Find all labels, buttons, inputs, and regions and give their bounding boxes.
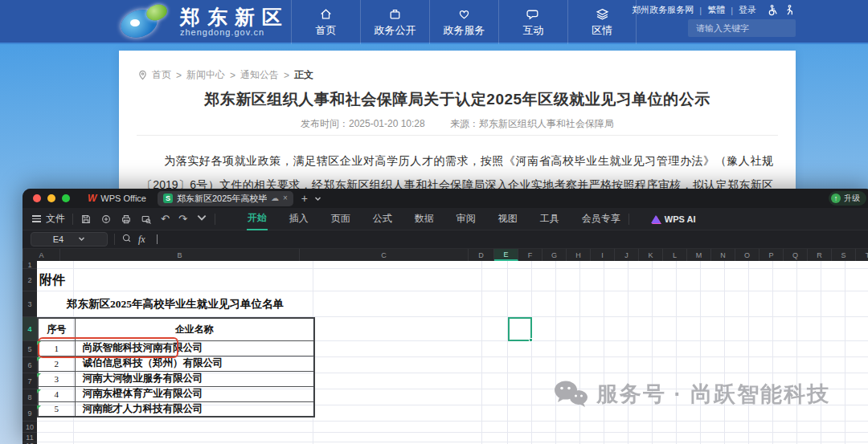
fill-handle[interactable] — [529, 338, 533, 342]
site-logo[interactable]: 郑东新区 zhengdong.gov.cn — [121, 3, 289, 40]
column-header-C[interactable]: C — [300, 249, 469, 261]
link-login[interactable]: 登录 — [739, 4, 756, 16]
crumb-news-center[interactable]: 新闻中心 — [186, 68, 225, 82]
row-header-4[interactable]: 4 — [23, 317, 37, 341]
share-icon[interactable] — [100, 214, 112, 225]
ribbon-tab-formula[interactable]: 公式 — [372, 208, 393, 230]
column-header-F[interactable]: F — [518, 249, 542, 261]
row-header-10[interactable]: 10 — [23, 422, 37, 433]
column-header-N[interactable]: N — [711, 249, 735, 261]
crumb-home[interactable]: 首页 — [152, 68, 171, 82]
tab-list-chevron-icon[interactable] — [314, 191, 321, 206]
link-traditional-chinese[interactable]: 繁體 — [707, 4, 725, 16]
cell-serial[interactable]: 4 — [38, 386, 75, 401]
upgrade-button[interactable]: ↑ 升级 — [829, 191, 866, 206]
formula-bar: E4 fx — [23, 230, 868, 249]
column-header-I[interactable]: I — [591, 249, 615, 261]
site-header: 郑东新区 zhengdong.gov.cn 首页 政务公开 政务服务 互动 — [0, 0, 868, 44]
column-header-K[interactable]: K — [639, 249, 663, 261]
crumb-notices[interactable]: 通知公告 — [240, 68, 279, 82]
column-header-D[interactable]: D — [469, 249, 494, 261]
name-box[interactable]: E4 — [31, 232, 108, 246]
ribbon-tab-tools[interactable]: 工具 — [539, 208, 560, 230]
row-header-6[interactable]: 6 — [23, 357, 37, 373]
elderly-accessibility-icon[interactable] — [784, 4, 796, 16]
ribbon-tab-page[interactable]: 页面 — [330, 208, 351, 230]
cell-serial[interactable]: 3 — [38, 371, 75, 386]
ribbon-tab-member[interactable]: 会员专享 — [581, 208, 621, 230]
ribbon-tab-data[interactable]: 数据 — [414, 208, 435, 230]
new-tab-button[interactable]: + — [301, 192, 308, 205]
column-header-G[interactable]: G — [542, 249, 567, 261]
ribbon-tabs: 开始 插入 页面 公式 数据 审阅 视图 工具 会员专享 — [247, 207, 621, 230]
crumb-separator: > — [176, 70, 182, 81]
upgrade-arrow-icon: ↑ — [831, 193, 841, 203]
column-header-E[interactable]: E — [494, 249, 518, 261]
print-preview-icon[interactable] — [141, 214, 152, 225]
sheet-canvas[interactable]: 附件 郑东新区2025年高校毕业生就业见习单位名单 序号 企业名称 1 尚跃智能… — [37, 261, 868, 444]
insert-function-icon[interactable]: fx — [138, 234, 145, 246]
select-all-corner[interactable] — [23, 249, 23, 261]
file-menu[interactable]: 文件 — [46, 212, 65, 226]
ribbon-tab-view[interactable]: 视图 — [497, 208, 518, 230]
link-zhengzhou-portal[interactable]: 郑州政务服务网 — [632, 4, 694, 16]
link-separator: | — [731, 6, 733, 15]
quickbar-chevron-icon[interactable] — [196, 212, 207, 226]
nav-item-gov-service[interactable]: 政务服务 — [429, 0, 498, 44]
ribbon-tab-review[interactable]: 审阅 — [456, 208, 477, 230]
row-header-7[interactable]: 7 — [23, 373, 37, 389]
column-header-O[interactable]: O — [735, 249, 760, 261]
cell-company[interactable]: 河南大河物业服务有限公司 — [75, 371, 314, 386]
redo-icon[interactable]: ↷ — [178, 214, 187, 224]
column-header-S[interactable]: S — [832, 249, 856, 261]
nav-item-interaction[interactable]: 互动 — [498, 0, 567, 44]
cell-indicator-mark — [37, 357, 41, 361]
row-header-1[interactable]: 1 — [23, 261, 37, 269]
nav-item-gov-info[interactable]: 政务公开 — [360, 0, 429, 44]
formula-input-caret — [157, 234, 158, 244]
column-header-M[interactable]: M — [687, 249, 711, 261]
search-input[interactable] — [688, 23, 815, 33]
row-header-5[interactable]: 5 — [23, 341, 37, 357]
crumb-current: 正文 — [294, 68, 313, 82]
column-header-H[interactable]: H — [567, 249, 591, 261]
column-header-T[interactable]: T — [856, 249, 868, 261]
print-icon[interactable] — [121, 214, 132, 225]
row-header-9[interactable]: 9 — [23, 405, 37, 422]
nav-item-district[interactable]: 区情 — [567, 0, 637, 44]
ribbon-tab-insert[interactable]: 插入 — [289, 208, 309, 230]
nav-label: 政务服务 — [444, 23, 485, 38]
column-header-A[interactable]: A — [23, 249, 60, 261]
column-header-L[interactable]: L — [663, 249, 687, 261]
cell-company[interactable]: 河南能才人力科技有限公司 — [75, 401, 314, 417]
row-header-8[interactable]: 8 — [23, 389, 37, 405]
save-icon[interactable] — [80, 214, 92, 225]
wps-ai-button[interactable]: WPS AI — [651, 214, 696, 224]
selected-cell-E4[interactable] — [508, 317, 532, 341]
cell-attachment-label[interactable]: 附件 — [39, 270, 112, 291]
wheelchair-icon[interactable] — [767, 4, 779, 16]
nav-item-home[interactable]: 首页 — [291, 0, 360, 44]
crumb-separator: > — [284, 70, 289, 81]
site-domain: zhengdong.gov.cn — [180, 27, 289, 37]
tab-close-icon[interactable]: × — [283, 194, 288, 202]
column-header-Q[interactable]: Q — [784, 249, 808, 261]
column-header-J[interactable]: J — [615, 249, 639, 261]
row-header-3[interactable]: 3 — [23, 291, 37, 317]
close-button[interactable] — [33, 194, 41, 202]
minimize-button[interactable] — [47, 194, 55, 202]
cell-company[interactable]: 河南东橙体育产业有限公司 — [75, 386, 314, 401]
column-header-R[interactable]: R — [808, 249, 832, 261]
row-header-2[interactable]: 2 — [23, 269, 37, 291]
undo-icon[interactable]: ↶ — [161, 214, 170, 224]
formula-search-icon[interactable] — [121, 232, 132, 246]
column-header-B[interactable]: B — [60, 249, 300, 261]
wps-home-button[interactable]: W WPS Office — [88, 193, 146, 204]
ribbon-tab-home[interactable]: 开始 — [247, 207, 268, 230]
menu-icon[interactable] — [32, 215, 41, 222]
document-tab[interactable]: S 郑东新区2025年高校毕业生 ☁ × — [158, 191, 293, 206]
zoom-button[interactable] — [62, 194, 70, 202]
column-header-P[interactable]: P — [760, 249, 784, 261]
cell-serial[interactable]: 5 — [38, 401, 75, 417]
cell-table-title[interactable]: 郑东新区2025年高校毕业生就业见习单位名单 — [37, 291, 313, 317]
